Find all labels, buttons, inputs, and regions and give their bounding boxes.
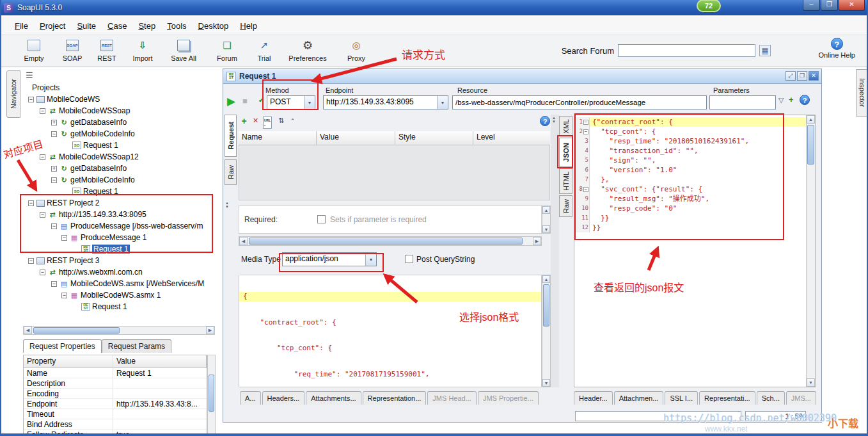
menu-file[interactable]: File [9,19,34,33]
fold-icon[interactable] [583,129,588,134]
tab-representations[interactable]: Representati... [699,391,755,405]
tab-attachments[interactable]: Attachmen... [614,391,664,405]
column-style[interactable]: Style [395,131,473,145]
collapse-icon[interactable]: ⌃ [287,115,298,126]
tab-headers[interactable]: Header... [574,391,613,405]
chevron-down-icon[interactable] [304,96,315,109]
tab-jms[interactable]: JMS... [786,391,816,405]
rest-project-button[interactable]: REST REST [87,38,127,62]
table-row[interactable]: Encoding [24,389,207,399]
tab-jms-headers[interactable]: JMS Head... [427,391,477,405]
tab-response-html[interactable]: HTML [559,168,572,194]
expander-icon[interactable] [51,281,57,287]
response-v-scrollbar[interactable]: ▲ ▼ [806,115,815,387]
params-table-body[interactable] [239,145,550,200]
tab-request-editor[interactable]: Request [225,115,237,157]
tree-h-scrollbar[interactable]: ◀ ▶ [23,326,215,335]
tree-item-service[interactable]: http://135.149.33.43:8095 [23,209,207,220]
tab-representations[interactable]: Representation... [363,391,427,405]
import-button[interactable]: ⇩ Import [123,38,162,62]
tree-item-interface[interactable]: MobileCodeWSSoap12 [23,151,207,163]
menu-tools[interactable]: Tools [161,19,192,33]
tree-item-request[interactable]: Request 1 [23,140,207,151]
add-param-icon[interactable]: + [239,115,249,126]
required-checkbox[interactable] [317,215,326,223]
tree-item-project[interactable]: MobileCodeWS [23,93,207,105]
tree-item-resource[interactable]: ProduceMessage [/bss-web-dasserv/m [23,220,207,232]
projects-root-label[interactable]: Projects [32,83,59,92]
preferences-button[interactable]: ⚙ Preferences [288,38,327,62]
tab-response-xml[interactable]: XML [559,116,572,136]
tree-item-service[interactable]: http://ws.webxml.com.cn [23,266,207,278]
expander-icon[interactable] [51,166,57,172]
media-type-dropdown[interactable]: application/json [282,252,377,266]
expander-icon[interactable] [28,200,34,206]
delete-param-icon[interactable]: ✕ [250,115,261,126]
funnel-icon[interactable]: ▽ [778,96,784,104]
tree-item-interface[interactable]: MobileCodeWSSoap [23,105,207,117]
expander-icon[interactable] [61,293,67,298]
expander-icon[interactable] [28,258,34,264]
table-row[interactable]: Timeout [24,409,207,419]
close-button[interactable]: ✕ [839,0,865,11]
column-name[interactable]: Name [239,131,317,145]
menu-help[interactable]: Help [234,19,263,33]
tree-item-project[interactable]: REST Project 3 [23,255,207,266]
submit-request-icon[interactable]: ▶ [227,95,235,108]
tree-item-request-selected[interactable]: Request 1 [23,243,207,255]
tree-item-operation[interactable]: getDatabaseInfo [23,117,207,128]
minimize-to-tab-icon[interactable]: ⤢ [785,71,796,81]
required-v-scrollbar[interactable]: ▲ ▼ [542,206,551,234]
fold-icon[interactable] [583,187,588,192]
expander-icon[interactable] [51,223,57,229]
tab-auth[interactable]: A... [240,391,261,405]
column-property[interactable]: Property [24,355,113,368]
expander-icon[interactable] [40,212,45,218]
chevron-down-icon[interactable] [437,96,448,109]
tab-jms-properties[interactable]: JMS Propertie... [478,391,539,405]
float-window-icon[interactable]: ❐ [797,71,807,81]
tab-response-json[interactable]: JSON [559,138,572,167]
menu-step[interactable]: Step [132,19,161,33]
inspector-dock-tab[interactable]: Inspector [856,69,868,117]
splitter-collapse-icon[interactable]: ▲▼ [225,201,229,209]
forum-button[interactable]: ❏ Forum [207,38,247,62]
navigator-dock-tab[interactable]: Navigator [6,70,20,118]
expander-icon[interactable] [28,97,34,102]
expander-icon[interactable] [51,131,57,137]
tab-schema[interactable]: Sch... [757,391,785,405]
expander-icon[interactable] [40,154,45,160]
forum-grid-icon[interactable]: ▦ [759,45,771,56]
expander-icon[interactable] [51,120,57,125]
help-icon[interactable]: ? [800,95,810,105]
tree-item-operation[interactable]: getMobileCodeInfo [23,174,207,186]
column-value[interactable]: Value [317,131,395,145]
maximize-button[interactable]: ❐ [821,0,838,11]
tab-attachments[interactable]: Attachments... [306,391,361,405]
tab-request-properties[interactable]: Request Properties [23,339,102,353]
add-icon[interactable]: + [789,95,794,104]
minimize-button[interactable]: – [803,0,820,11]
empty-project-button[interactable]: Empty [14,38,54,62]
search-forum-input[interactable] [618,44,755,57]
menu-project[interactable]: Project [34,19,71,33]
soap-project-button[interactable]: SOAP SOAP [52,38,92,62]
tree-item-request[interactable]: Request 1 [23,301,207,312]
table-row[interactable]: Bind Address [24,419,207,430]
method-dropdown[interactable]: POST [267,95,315,109]
tab-response-raw[interactable]: Raw [559,195,572,217]
tree-item-operation[interactable]: getMobileCodeInfo [23,128,207,140]
parameters-input[interactable] [709,95,776,109]
chevron-down-icon[interactable] [365,253,376,266]
request-body-editor[interactable]: { "contract_root": { "tcp_cont": { "req_… [239,275,542,387]
table-row[interactable]: Name Request 1 [24,368,207,378]
expander-icon[interactable] [51,177,57,183]
tab-request-params[interactable]: Request Params [102,339,171,353]
properties-v-scrollbar[interactable] [207,355,216,436]
column-value[interactable]: Value [113,355,207,368]
url-encode-icon[interactable]: URL⎵ [263,117,272,129]
table-row[interactable]: Endpoint http://135.149.33.43:8... [24,399,207,409]
menu-desktop[interactable]: Desktop [193,19,235,33]
sort-params-icon[interactable]: ⇅ [276,115,287,126]
expander-icon[interactable] [40,108,45,114]
